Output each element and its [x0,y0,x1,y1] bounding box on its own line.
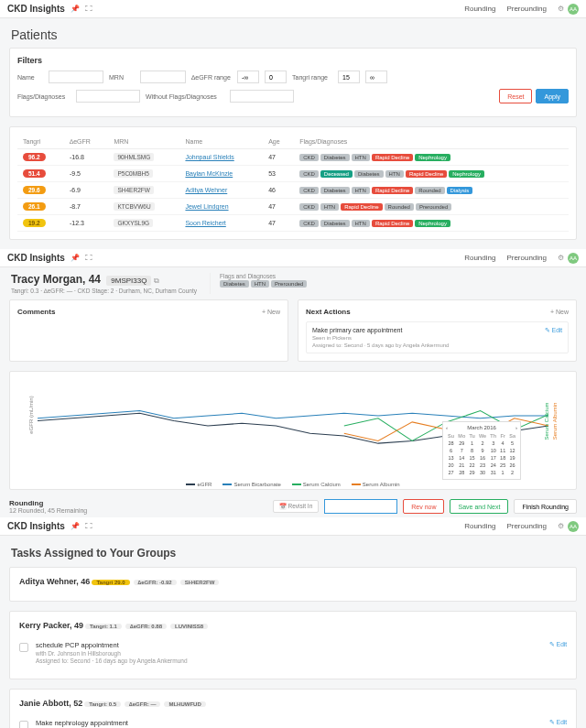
filter-egfr-low[interactable] [237,71,259,83]
action-item-sub2: Assigned to: Second · 5 days ago by Ange… [312,342,562,348]
col-flags[interactable]: Flags/Diagnoses [294,135,569,149]
rounding-sub: 12 Rounded, 45 Remaining [9,507,87,514]
nav-rounding[interactable]: Rounding [464,5,495,13]
cell-age: 46 [263,182,294,199]
cell-flags: CKDDeceasedDiabetesHTNRapid DeclineNephr… [294,166,569,182]
app-header-3: CKD Insights 📌 ⛶ Rounding Prerounding ⚙ … [0,517,586,536]
patient-detail-header: Tracy Morgan, 44 9MSPI33Q ⧉ Tangri: 0.3 … [0,267,586,299]
task-title: schedule PCP appointment [36,641,542,649]
rounding-title: Rounding [9,499,43,507]
nav-prerounding[interactable]: Prerounding [506,5,547,13]
filter-without-label: Without Flags/Diagnoses [146,93,224,100]
cal-prev[interactable]: ‹ [446,425,448,430]
task-group: Aditya Wehner, 46Tangri 29.0∆eGFR: -0.92… [9,567,577,602]
filter-egfr-high[interactable] [265,71,287,83]
nav-rounding[interactable]: Rounding [464,254,495,262]
rounding-bar: Rounding 12 Rounded, 45 Remaining 📅 Revi… [9,499,577,514]
filter-mrn-input[interactable] [140,71,186,83]
filters-panel: Filters Name MRN ∆eGFR range Tangri rang… [9,48,577,117]
copy-icon[interactable]: ⧉ [154,277,159,285]
avatar[interactable]: AA [568,4,579,15]
action-item: ✎ Edit Make primary care appointment See… [306,321,569,353]
col-tangri[interactable]: Tangri [17,135,64,149]
cal-next[interactable]: › [515,425,517,430]
calendar-grid[interactable]: SuMoTuWeThFrSa28291234567891011121314151… [446,432,517,476]
filter-tangri-high[interactable] [365,71,387,83]
filters-title: Filters [17,56,569,65]
task-row: Make nephrology appointmentAssigned to: … [19,713,567,728]
cell-flags: CKDDiabetesHTNRapid DeclineNephrology [294,149,569,166]
expand-icon[interactable]: ⛶ [85,522,92,530]
filter-reset-button[interactable]: Reset [499,89,532,103]
task-edit-button[interactable]: ✎ Edit [549,719,567,726]
task-person-header: Aditya Wehner, 46Tangri 29.0∆eGFR: -0.92… [19,577,567,586]
avatar[interactable]: AA [568,253,579,264]
table-row[interactable]: 51.4-9.5P5C0MBH5Baylan McKinzie53CKDDece… [17,166,569,182]
cell-degfr: -16.8 [64,149,109,166]
nav-prerounding[interactable]: Prerounding [506,522,547,530]
revisit-input[interactable] [324,499,397,514]
col-degfr[interactable]: ∆eGFR [64,135,109,149]
nav-prerounding[interactable]: Prerounding [506,254,547,262]
task-person-header: Janie Abbott, 52Tangri: 0.5∆eGFR: —MLHUW… [19,699,567,708]
gear-icon[interactable]: ⚙ [558,254,564,262]
filter-tangri-low[interactable] [338,71,360,83]
patient-link[interactable]: Johnpaul Shields [185,154,233,160]
brand: CKD Insights [7,253,65,263]
task-group: Janie Abbott, 52Tangri: 0.5∆eGFR: —MLHUW… [9,689,577,728]
cell-degfr: -8.7 [64,199,109,215]
table-row[interactable]: 29.6-6.9SH4ER2FWAditya Wehner46CKDDiabet… [17,182,569,199]
patient-link[interactable]: Soon Reichert [185,220,225,226]
chart-legend: eGFRSerum BicarbonateSerum CalciumSerum … [10,482,576,487]
next-actions-title: Next Actions [306,308,351,316]
gear-icon[interactable]: ⚙ [558,522,564,530]
pin-icon[interactable]: 📌 [71,522,80,530]
patient-link[interactable]: Jewel Lindgren [185,203,228,210]
action-item-title: Make primary care appointment [312,327,562,333]
comments-add-button[interactable]: + New [262,309,280,315]
filter-apply-button[interactable]: Apply [536,89,569,103]
next-actions-add-button[interactable]: + New [550,309,569,315]
patient-chart: eGFR (mL/min) Serum Calcium Serum Albumi… [9,371,577,490]
pin-icon[interactable]: 📌 [71,254,80,262]
filter-name-label: Name [17,74,43,81]
action-edit-button[interactable]: ✎ Edit [545,327,562,334]
patient-name: Tracy Morgan, 44 [11,273,101,286]
revisit-label: 📅 Revisit In [273,500,320,513]
tasks-page-title: Tasks Assigned to Your Groups [0,536,586,567]
cell-degfr: -12.3 [64,215,109,232]
filter-name-input[interactable] [49,71,103,83]
task-edit-button[interactable]: ✎ Edit [549,641,567,648]
table-row[interactable]: 96.2-16.890HMLSMGJohnpaul Shields47CKDDi… [17,149,569,166]
chart-y-label: eGFR (mL/min) [28,396,34,433]
task-checkbox[interactable] [19,721,28,728]
avatar[interactable]: AA [568,521,579,532]
filter-mrn-label: MRN [109,74,135,81]
pin-icon[interactable]: 📌 [71,5,80,13]
patient-subinfo: Tangri: 0.3 · ∆eGFR: — · CKD Stage: 2 · … [11,288,197,294]
patient-link[interactable]: Baylan McKinzie [185,170,233,177]
save-next-button[interactable]: Save and Next [450,499,508,514]
nav-rounding[interactable]: Rounding [464,522,495,530]
col-name[interactable]: Name [179,135,263,149]
table-row[interactable]: 26.1-8.7KTCBVW6UJewel Lindgren47CKDHTNRa… [17,199,569,215]
tangri-pill: 19.2 [23,219,46,227]
filter-egfr-label: ∆eGFR range [191,74,232,81]
revnow-button[interactable]: Rev now [403,499,444,514]
filter-without-input[interactable] [230,90,294,103]
finish-rounding-button[interactable]: Finish Rounding [514,499,577,514]
col-age[interactable]: Age [263,135,294,149]
table-row[interactable]: 19.2-12.3GKXYSL9GSoon Reichert47CKDDiabe… [17,215,569,232]
filter-flags-input[interactable] [76,90,140,103]
col-mrn[interactable]: MRN [108,135,179,149]
tangri-pill: 26.1 [23,202,46,211]
cell-degfr: -6.9 [64,182,109,199]
patient-link[interactable]: Aditya Wehner [185,187,227,193]
expand-icon[interactable]: ⛶ [85,254,92,262]
filter-tangri-label: Tangri range [292,74,332,81]
date-picker[interactable]: ‹ March 2016 › SuMoTuWeThFrSa28291234567… [442,421,521,480]
task-checkbox[interactable] [19,643,28,652]
chart-y-label-albumin: Serum Albumin [553,403,559,440]
gear-icon[interactable]: ⚙ [558,5,564,13]
expand-icon[interactable]: ⛶ [85,5,92,13]
